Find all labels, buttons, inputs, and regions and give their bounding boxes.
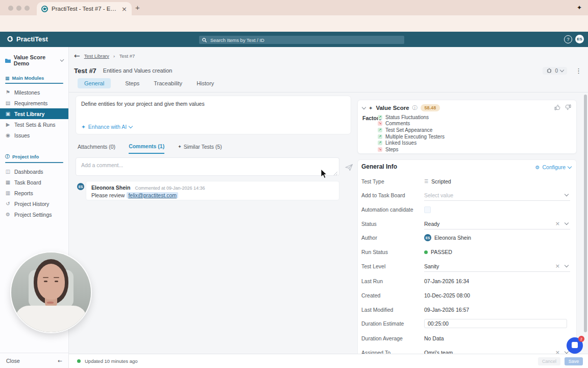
sidebar-item-task-board[interactable]: ▦ Task Board [0, 177, 68, 188]
save-button[interactable]: Save [565, 357, 583, 365]
updated-status-text: Updated 10 minutes ago [85, 358, 138, 364]
description-card[interactable]: Define entities for your project and giv… [76, 96, 351, 134]
tab-attachments[interactable]: Attachments (0) [78, 143, 115, 154]
automation-candidate-checkbox[interactable] [424, 206, 431, 213]
sidebar-item-requirements[interactable]: ▤ Requirements [0, 98, 68, 108]
pinned-extension-icon[interactable]: ✦ [577, 4, 582, 11]
clear-icon[interactable]: × [555, 263, 560, 269]
send-comment-icon[interactable] [345, 164, 353, 171]
breadcrumb-link-test-library[interactable]: Test Library [84, 53, 109, 59]
tab-close-icon[interactable]: × [121, 6, 127, 12]
sidebar-item-project-settings[interactable]: ⚙ Project Settings [0, 209, 68, 220]
webcam-overlay [11, 252, 91, 332]
new-tab-button[interactable]: + [135, 3, 140, 12]
dashboards-icon: ◫ [5, 169, 11, 174]
window-minimize-button[interactable] [16, 6, 21, 11]
sidebar-item-project-history[interactable]: ↺ Project History [0, 198, 68, 209]
status-select[interactable]: Ready × [424, 219, 570, 229]
resize-handle[interactable] [333, 171, 337, 175]
linked-bugs-count[interactable]: 0 [543, 67, 567, 75]
field-add-to-task-board: Add to Task Board Select value [361, 190, 570, 200]
test-level-select[interactable]: Sanity × [424, 261, 570, 272]
thumbs-up-icon[interactable] [554, 104, 560, 110]
field-last-modified: Last Modified 09-Jan-2026 16:57 [361, 305, 570, 315]
comment-mention-link[interactable]: felix@practitest.com [127, 192, 178, 198]
back-arrow-icon[interactable]: ← [74, 52, 80, 59]
sidebar-item-label: Reports [14, 190, 33, 196]
practitest-logo[interactable]: PractiTest [6, 35, 48, 43]
divider [69, 92, 588, 93]
cancel-button[interactable]: Cancel [538, 357, 560, 365]
tab-steps[interactable]: Steps [125, 80, 139, 86]
sparkle-icon: ✦ [81, 124, 86, 130]
project-name: Value Score Demo [14, 54, 58, 66]
trend-up-icon: ↗ [378, 128, 382, 132]
requirements-doc-icon: ▤ [5, 100, 11, 106]
tab-similar-tests[interactable]: ✦ Similar Tests (5) [178, 143, 222, 154]
sidebar-item-test-sets-runs[interactable]: ▶ Test Sets & Runs [0, 119, 68, 130]
value-score-title: Value Score [376, 105, 409, 111]
sidebar-item-label: Project History [14, 201, 49, 207]
vertical-scrollbar[interactable] [584, 95, 587, 332]
window-close-button[interactable] [8, 6, 13, 11]
field-last-run: Last Run 07-Jan-2026 16:34 [361, 276, 570, 286]
sidebar-item-label: Test Sets & Runs [14, 122, 56, 128]
sidebar-item-label: Test Library [14, 111, 44, 117]
sidebar-item-reports[interactable]: ▥ Reports [0, 188, 68, 198]
collapse-chevron-icon[interactable] [362, 105, 366, 109]
person-brow [43, 277, 48, 278]
configure-button[interactable]: ⚙ Configure [535, 164, 572, 170]
window-zoom-button[interactable] [24, 6, 30, 11]
info-icon[interactable]: ⓘ [412, 104, 418, 111]
field-author: Author ES Eleonora Shein [361, 233, 570, 243]
chat-widget-button[interactable]: 2 [567, 337, 583, 354]
sidebar-item-milestones[interactable]: ⚑ Milestones [0, 87, 68, 98]
chevron-down-icon [560, 67, 564, 72]
person-eye [44, 281, 47, 282]
tab-history[interactable]: History [197, 80, 214, 86]
breadcrumb-separator: › [113, 53, 115, 59]
test-menu-kebab-icon[interactable]: ⋮ [575, 67, 582, 75]
factor-row: ↗ Multiple Executing Testers [378, 133, 445, 140]
field-value: Scripted [431, 178, 451, 185]
comment-avatar: ES [77, 183, 84, 190]
project-selector[interactable]: Value Score Demo [0, 47, 68, 72]
tab-label: Similar Tests (5) [184, 144, 222, 150]
thumbs-down-icon[interactable] [565, 104, 571, 110]
sidebar-item-label: Project Settings [14, 212, 52, 218]
search-input[interactable] [209, 37, 401, 43]
factor-label: Multiple Executing Testers [385, 134, 445, 140]
clear-icon[interactable]: × [555, 220, 560, 227]
help-button[interactable]: ? [564, 35, 572, 43]
bug-count: 0 [555, 68, 558, 74]
practitest-logo-icon [6, 35, 14, 43]
chevron-down-icon [129, 124, 133, 128]
sidebar-item-dashboards[interactable]: ◫ Dashboards [0, 166, 68, 177]
sidebar-item-label: Dashboards [14, 169, 43, 175]
factor-row: ↘ Comments [378, 121, 445, 127]
tab-title: PractiTest - Test #7 - Entities [52, 6, 118, 12]
factor-label: Test Set Appearance [385, 127, 432, 133]
global-search[interactable] [199, 36, 404, 44]
sidebar-collapse-bar[interactable]: Close ← [0, 353, 68, 368]
tab-traceability[interactable]: Traceability [154, 80, 182, 86]
user-avatar[interactable]: ES [575, 35, 584, 43]
task-board-select[interactable]: Select value [424, 190, 570, 201]
browser-tab[interactable]: PractiTest - Test #7 - Entities × [37, 2, 132, 15]
field-value: 09-Jan-2026 16:57 [424, 307, 469, 313]
field-value: 07-Jan-2026 16:34 [424, 278, 469, 284]
select-placeholder: Select value [424, 192, 453, 198]
field-test-level: Test Level Sanity × [361, 261, 570, 271]
breadcrumb: ← Test Library › Test #7 [74, 52, 135, 59]
sidebar-item-issues[interactable]: ◉ Issues [0, 130, 68, 141]
factor-label: Steps [385, 147, 399, 152]
duration-estimate-input[interactable]: 00:25:00 [424, 319, 567, 328]
tab-comments[interactable]: Comments (1) [129, 143, 164, 154]
comment-input[interactable] [76, 158, 339, 175]
tab-general[interactable]: General [78, 78, 111, 88]
enhance-with-ai-button[interactable]: ✦ Enhance with AI [81, 124, 132, 130]
sidebar-item-test-library[interactable]: ▣ Test Library [0, 108, 68, 119]
trend-up-icon: ↗ [378, 134, 382, 139]
test-id: Test #7 [74, 67, 96, 75]
comment-text: Please review [91, 192, 125, 198]
